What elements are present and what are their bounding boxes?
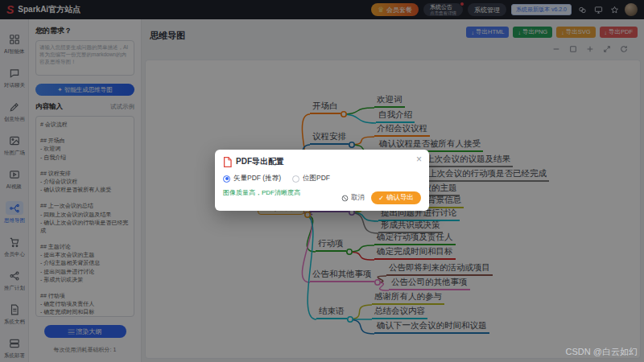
bitmap-pdf-label: 位图PDF [303,174,330,183]
vector-pdf-option[interactable]: 矢量PDF (推荐) [223,174,281,183]
cancel-icon [341,195,349,202]
cancel-button[interactable]: 取消 [341,193,365,203]
watermark: CSDN @白云如幻 [566,346,638,358]
confirm-label: 确认导出 [386,193,414,203]
pdf-file-icon [223,157,232,167]
cancel-label: 取消 [351,193,365,203]
close-icon[interactable]: × [416,154,422,165]
check-icon: ✓ [378,194,384,202]
radio-unselected-icon [292,175,299,183]
modal-title: PDF导出配置 [236,156,284,167]
radio-selected-icon [223,175,230,183]
vector-pdf-label: 矢量PDF (推荐) [233,174,281,183]
confirm-export-button[interactable]: ✓ 确认导出 [371,191,421,204]
pdf-export-modal: PDF导出配置 × 矢量PDF (推荐) 位图PDF 图像质量高，PDF清晰度高… [215,150,429,211]
bitmap-pdf-option[interactable]: 位图PDF [292,174,330,183]
